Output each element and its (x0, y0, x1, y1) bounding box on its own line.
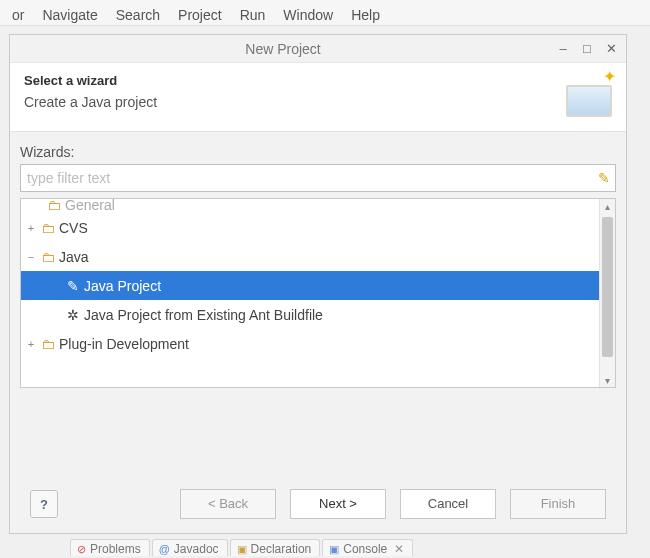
tree-item-label: General (65, 199, 115, 213)
scroll-thumb[interactable] (602, 217, 613, 357)
menu-item-run[interactable]: Run (232, 5, 274, 25)
tree-item-label: Java Project from Existing Ant Buildfile (84, 307, 323, 323)
wizards-label: Wizards: (20, 144, 616, 160)
scroll-up-icon[interactable]: ▴ (600, 199, 615, 213)
dialog-titlebar: New Project – □ ✕ (10, 35, 626, 63)
bottom-view-tabs: ⊘ Problems @ Javadoc ▣ Declaration ▣ Con… (70, 539, 413, 556)
wizard-tree: 🗀 General + 🗀 CVS − 🗀 Java ✎ Java Projec… (20, 198, 616, 388)
tree-scrollbar[interactable]: ▴ ▾ (599, 199, 615, 387)
finish-button: Finish (510, 489, 606, 519)
tree-item-label: Java (59, 249, 89, 265)
java-project-icon: ✎ (65, 278, 81, 294)
minimize-icon[interactable]: – (556, 42, 570, 56)
tab-label: Declaration (251, 542, 312, 556)
main-menubar: or Navigate Search Project Run Window He… (0, 0, 650, 26)
folder-icon: 🗀 (41, 249, 55, 265)
banner-title: Select a wizard (24, 73, 554, 88)
expand-icon[interactable]: + (25, 222, 37, 234)
menu-item-navigate[interactable]: Navigate (34, 5, 105, 25)
menu-item-project[interactable]: Project (170, 5, 230, 25)
expand-icon[interactable]: + (25, 338, 37, 350)
scroll-down-icon[interactable]: ▾ (600, 373, 615, 387)
tab-javadoc[interactable]: @ Javadoc (152, 539, 228, 556)
declaration-icon: ▣ (237, 543, 247, 556)
tab-console[interactable]: ▣ Console ✕ (322, 539, 413, 556)
tree-item-java-project[interactable]: ✎ Java Project (21, 271, 599, 300)
close-icon[interactable]: ✕ (604, 42, 618, 56)
dialog-banner: Select a wizard Create a Java project ✦ (10, 63, 626, 132)
tree-item-label: Plug-in Development (59, 336, 189, 352)
tree-item-cvs[interactable]: + 🗀 CVS (21, 213, 599, 242)
back-button: < Back (180, 489, 276, 519)
tab-problems[interactable]: ⊘ Problems (70, 539, 150, 556)
next-button[interactable]: Next > (290, 489, 386, 519)
tree-item-label: Java Project (84, 278, 161, 294)
menu-item-help[interactable]: Help (343, 5, 388, 25)
clear-filter-icon[interactable]: ✎ (598, 170, 610, 186)
ant-icon: ✲ (65, 307, 81, 323)
tab-close-icon[interactable]: ✕ (394, 542, 404, 556)
tab-label: Problems (90, 542, 141, 556)
menu-item-search[interactable]: Search (108, 5, 168, 25)
tree-item-general[interactable]: 🗀 General (21, 199, 599, 213)
collapse-icon[interactable]: − (25, 251, 37, 263)
tab-label: Javadoc (174, 542, 219, 556)
javadoc-icon: @ (159, 543, 170, 555)
help-button[interactable]: ? (30, 490, 58, 518)
wizard-filter-input[interactable] (20, 164, 616, 192)
tree-item-plugin-dev[interactable]: + 🗀 Plug-in Development (21, 329, 599, 358)
new-project-dialog: New Project – □ ✕ Select a wizard Create… (9, 34, 627, 534)
banner-description: Create a Java project (24, 94, 554, 110)
folder-icon: 🗀 (47, 199, 61, 213)
maximize-icon[interactable]: □ (580, 42, 594, 56)
tree-item-java[interactable]: − 🗀 Java (21, 242, 599, 271)
tab-declaration[interactable]: ▣ Declaration (230, 539, 321, 556)
wizard-banner-icon: ✦ (554, 73, 612, 117)
folder-icon: 🗀 (41, 220, 55, 236)
menu-item-window[interactable]: Window (275, 5, 341, 25)
dialog-title: New Project (10, 41, 556, 57)
menu-item-partial[interactable]: or (4, 5, 32, 25)
console-icon: ▣ (329, 543, 339, 556)
folder-icon: 🗀 (41, 336, 55, 352)
tab-label: Console (343, 542, 387, 556)
cancel-button[interactable]: Cancel (400, 489, 496, 519)
problems-icon: ⊘ (77, 543, 86, 556)
tree-item-java-ant[interactable]: ✲ Java Project from Existing Ant Buildfi… (21, 300, 599, 329)
tree-item-label: CVS (59, 220, 88, 236)
